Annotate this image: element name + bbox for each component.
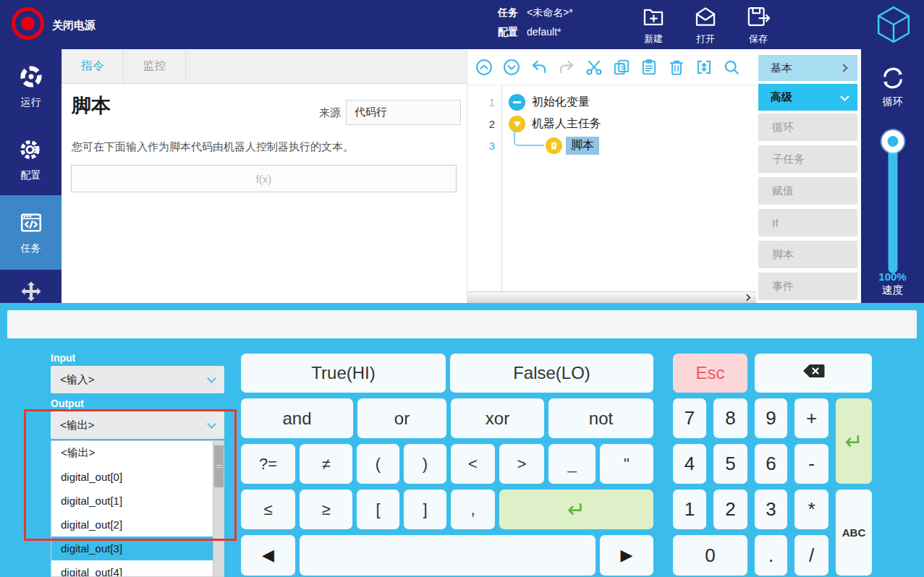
dropdown-item[interactable]: digital_out[1] <box>51 489 224 513</box>
command-item-event[interactable]: 事件 <box>758 273 857 300</box>
key-comma[interactable]: , <box>451 490 495 529</box>
key-space[interactable] <box>300 535 595 576</box>
sidebar-item-task[interactable]: 任务 <box>0 195 62 270</box>
tree-row-script[interactable]: 3 脚本 <box>467 134 763 157</box>
collapse-up-icon[interactable] <box>474 57 493 77</box>
key-underscore[interactable]: _ <box>548 444 595 484</box>
command-item-script[interactable]: 脚本 <box>758 241 857 268</box>
dropdown-scrollbar[interactable] <box>213 441 224 576</box>
key-bracket-open[interactable]: [ <box>357 490 399 529</box>
key-6[interactable]: 6 <box>755 444 787 484</box>
key-false-lo[interactable]: False(LO) <box>450 354 653 393</box>
key-paren-open[interactable]: ( <box>357 444 399 484</box>
key-less-than[interactable]: < <box>451 444 495 484</box>
key-2[interactable]: 2 <box>713 490 747 529</box>
tree-toolbar <box>467 49 763 85</box>
output-select[interactable]: <输出> <box>51 411 224 439</box>
command-item-loop[interactable]: 循环 <box>758 114 857 141</box>
page-title: 脚本 <box>72 93 111 119</box>
sidebar-item-run[interactable]: 运行 <box>0 49 62 123</box>
key-esc[interactable]: Esc <box>673 354 747 393</box>
key-cursor-right[interactable]: ▶ <box>600 535 653 576</box>
tab-monitor[interactable]: 监控 <box>124 49 186 83</box>
key-quote[interactable]: " <box>600 444 653 484</box>
key-true-hi[interactable]: True(HI) <box>241 354 446 393</box>
key-paren-close[interactable]: ) <box>404 444 446 484</box>
dropdown-item[interactable]: digital_out[2] <box>51 513 224 537</box>
task-info: 任务 <未命名>* 配置 default* <box>498 7 573 39</box>
source-select[interactable]: 代码行 <box>346 100 461 125</box>
key-asterisk[interactable]: * <box>794 490 828 529</box>
command-item-subtask[interactable]: 子任务 <box>758 145 857 173</box>
power-button[interactable] <box>12 7 44 40</box>
key-enter[interactable]: ↵ <box>836 398 872 484</box>
key-backspace[interactable] <box>755 354 872 393</box>
undo-icon[interactable] <box>529 57 548 77</box>
scrollbar-thumb[interactable] <box>214 445 224 487</box>
key-slash[interactable]: / <box>794 535 828 576</box>
dropdown-item[interactable]: digital_out[4] <box>51 560 224 577</box>
group-basic[interactable]: 基本 <box>758 55 857 81</box>
key-not-equal[interactable]: ≠ <box>300 444 352 484</box>
cut-icon[interactable] <box>584 57 603 77</box>
speed-value: 100% <box>861 270 924 283</box>
key-bracket-close[interactable]: ] <box>404 490 446 529</box>
insert-lines-icon[interactable] <box>694 57 713 77</box>
expression-field[interactable]: f(x) <box>71 165 457 192</box>
sidebar-item-config[interactable]: 配置 <box>0 123 62 195</box>
power-icon <box>21 17 35 30</box>
command-item-assign[interactable]: 赋值 <box>758 177 857 205</box>
speed-slider-handle[interactable] <box>881 130 904 153</box>
tab-instruction[interactable]: 指令 <box>62 49 124 83</box>
key-greater-equal[interactable]: ≥ <box>300 490 352 529</box>
key-enter-wide[interactable]: ↵ <box>499 490 653 529</box>
key-and[interactable]: and <box>241 398 353 438</box>
open-task-button[interactable]: 打开 <box>693 4 718 46</box>
copy-icon[interactable] <box>611 57 631 77</box>
search-icon[interactable] <box>721 57 741 77</box>
key-8[interactable]: 8 <box>713 398 747 438</box>
key-0[interactable]: 0 <box>673 535 747 576</box>
minus-circle-icon[interactable] <box>509 94 525 111</box>
gear-icon <box>18 137 44 165</box>
collapse-down-icon[interactable] <box>501 57 521 77</box>
key-xor[interactable]: xor <box>451 398 544 438</box>
save-task-button[interactable]: 保存 <box>745 4 771 46</box>
redo-icon[interactable] <box>556 57 576 77</box>
code-window-icon <box>18 210 44 238</box>
key-not[interactable]: not <box>548 398 653 438</box>
group-advanced[interactable]: 高级 <box>758 84 857 111</box>
key-plus[interactable]: + <box>794 398 828 438</box>
key-4[interactable]: 4 <box>673 444 706 484</box>
key-3[interactable]: 3 <box>755 490 787 529</box>
key-9[interactable]: 9 <box>755 398 787 438</box>
key-cursor-left[interactable]: ◀ <box>241 535 295 576</box>
input-select[interactable]: <输入> <box>51 366 224 393</box>
sidebar-item-move[interactable] <box>0 270 62 303</box>
key-or[interactable]: or <box>357 398 446 438</box>
command-item-if[interactable]: If <box>758 209 857 236</box>
horizontal-scrollbar[interactable] <box>467 291 763 303</box>
dropdown-item[interactable]: <输出> <box>51 441 224 465</box>
output-dropdown-list: <输出> digital_out[0] digital_out[1] digit… <box>51 440 224 577</box>
key-5[interactable]: 5 <box>713 444 747 484</box>
speed-slider-track[interactable] <box>888 140 897 273</box>
dropdown-item[interactable]: digital_out[0] <box>51 465 224 489</box>
key-minus[interactable]: - <box>794 444 828 484</box>
expression-input[interactable] <box>7 310 917 338</box>
key-dot[interactable]: . <box>755 535 787 576</box>
delete-icon[interactable] <box>666 57 686 77</box>
key-abc[interactable]: ABC <box>836 490 872 576</box>
key-assign-query[interactable]: ?= <box>241 444 295 484</box>
key-greater-than[interactable]: > <box>499 444 544 484</box>
key-1[interactable]: 1 <box>673 490 706 529</box>
tree-row-main-task[interactable]: 2 机器人主任务 <box>467 113 763 134</box>
script-panel: 指令 监控 脚本 来源 代码行 您可在下面输入作为脚本代码由机器人控制器执行的文… <box>62 49 467 303</box>
dropdown-item-selected[interactable]: digital_out[3] <box>51 537 224 560</box>
new-task-button[interactable]: 新建 <box>641 4 666 46</box>
key-less-equal[interactable]: ≤ <box>241 490 295 529</box>
paste-icon[interactable] <box>639 57 658 77</box>
key-7[interactable]: 7 <box>673 398 706 438</box>
loop-icon[interactable] <box>861 64 924 93</box>
tree-row-init-vars[interactable]: 1 初始化变量 <box>467 91 763 113</box>
